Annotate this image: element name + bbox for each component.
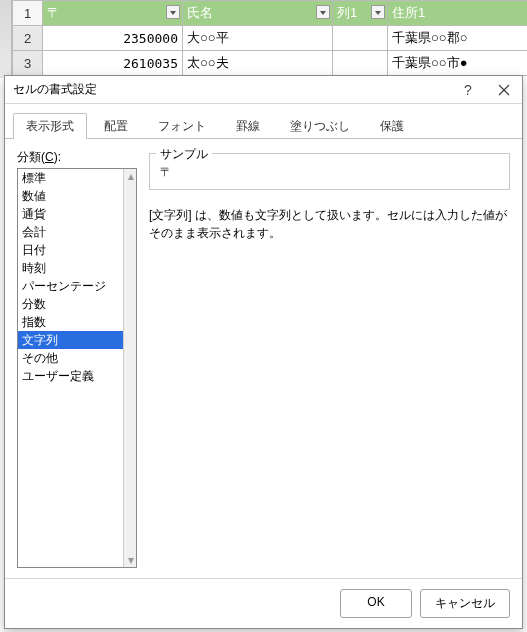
tab-fill[interactable]: 塗りつぶし xyxy=(277,113,363,139)
cell-name[interactable]: 太○○夫 xyxy=(183,51,333,76)
dialog-titlebar: セルの書式設定 ? xyxy=(5,76,522,104)
scroll-up-icon[interactable]: ▴ xyxy=(124,169,137,183)
dialog-body: 分類(C): 標準数値通貨会計日付時刻パーセンテージ分数指数文字列その他ユーザー… xyxy=(5,139,522,578)
row-number[interactable]: 2 xyxy=(13,26,43,51)
category-item[interactable]: 日付 xyxy=(18,241,123,259)
category-item[interactable]: 分数 xyxy=(18,295,123,313)
col-header-c1[interactable]: 列1 xyxy=(333,1,388,26)
listbox-scrollbar[interactable]: ▴ ▾ xyxy=(123,169,136,567)
close-button[interactable] xyxy=(486,76,522,104)
sample-legend: サンプル xyxy=(156,146,212,163)
sheet-left-stub xyxy=(0,0,12,78)
category-item[interactable]: その他 xyxy=(18,349,123,367)
col-header-label: 氏名 xyxy=(187,5,213,20)
category-item[interactable]: 指数 xyxy=(18,313,123,331)
spreadsheet-background: 1 〒 氏名 列1 住所1 2 2350000 大○○平 千葉県○○郡○ xyxy=(0,0,527,78)
cell-addr[interactable]: 千葉県○○市● xyxy=(388,51,528,76)
cell-c[interactable] xyxy=(333,51,388,76)
detail-pane: サンプル 〒 [文字列] は、数値も文字列として扱います。セルには入力した値がそ… xyxy=(149,149,510,568)
col-header-label: 〒 xyxy=(47,5,60,20)
category-item[interactable]: 時刻 xyxy=(18,259,123,277)
tab-protection[interactable]: 保護 xyxy=(367,113,417,139)
row-number[interactable]: 3 xyxy=(13,51,43,76)
tab-alignment[interactable]: 配置 xyxy=(91,113,141,139)
category-item[interactable]: 数値 xyxy=(18,187,123,205)
tab-font[interactable]: フォント xyxy=(145,113,219,139)
cell-name[interactable]: 大○○平 xyxy=(183,26,333,51)
tab-border[interactable]: 罫線 xyxy=(223,113,273,139)
col-header-addr[interactable]: 住所1 xyxy=(388,1,528,26)
filter-icon[interactable] xyxy=(371,5,385,19)
cell-zip[interactable]: 2350000 xyxy=(43,26,183,51)
category-item[interactable]: 通貨 xyxy=(18,205,123,223)
category-item[interactable]: 会計 xyxy=(18,223,123,241)
tab-number-format[interactable]: 表示形式 xyxy=(13,113,87,139)
col-header-label: 住所1 xyxy=(392,5,425,20)
category-item[interactable]: パーセンテージ xyxy=(18,277,123,295)
filter-icon[interactable] xyxy=(316,5,330,19)
col-header-label: 列1 xyxy=(337,5,357,20)
cell-zip[interactable]: 2610035 xyxy=(43,51,183,76)
cell-addr[interactable]: 千葉県○○郡○ xyxy=(388,26,528,51)
format-cells-dialog: セルの書式設定 ? 表示形式 配置 フォント 罫線 塗りつぶし 保護 分類(C)… xyxy=(4,75,523,629)
col-header-zip[interactable]: 〒 xyxy=(43,1,183,26)
ok-button[interactable]: OK xyxy=(340,589,412,618)
cell-c[interactable] xyxy=(333,26,388,51)
dialog-footer: OK キャンセル xyxy=(5,578,522,628)
filter-icon[interactable] xyxy=(166,5,180,19)
cancel-button[interactable]: キャンセル xyxy=(420,589,510,618)
close-icon xyxy=(498,84,510,96)
format-description: [文字列] は、数値も文字列として扱います。セルには入力した値がそのまま表示され… xyxy=(149,206,510,242)
scroll-down-icon[interactable]: ▾ xyxy=(124,553,137,567)
dialog-title: セルの書式設定 xyxy=(13,81,450,98)
category-item[interactable]: 文字列 xyxy=(18,331,123,349)
dialog-tabs: 表示形式 配置 フォント 罫線 塗りつぶし 保護 xyxy=(5,104,522,139)
category-item[interactable]: 標準 xyxy=(18,169,123,187)
category-label: 分類(C): xyxy=(17,149,137,166)
help-button[interactable]: ? xyxy=(450,76,486,104)
sample-value: 〒 xyxy=(158,160,501,181)
sample-box: サンプル 〒 xyxy=(149,153,510,190)
row-number[interactable]: 1 xyxy=(13,1,43,26)
col-header-name[interactable]: 氏名 xyxy=(183,1,333,26)
category-item[interactable]: ユーザー定義 xyxy=(18,367,123,385)
category-pane: 分類(C): 標準数値通貨会計日付時刻パーセンテージ分数指数文字列その他ユーザー… xyxy=(17,149,137,568)
category-listbox[interactable]: 標準数値通貨会計日付時刻パーセンテージ分数指数文字列その他ユーザー定義 ▴ ▾ xyxy=(17,168,137,568)
